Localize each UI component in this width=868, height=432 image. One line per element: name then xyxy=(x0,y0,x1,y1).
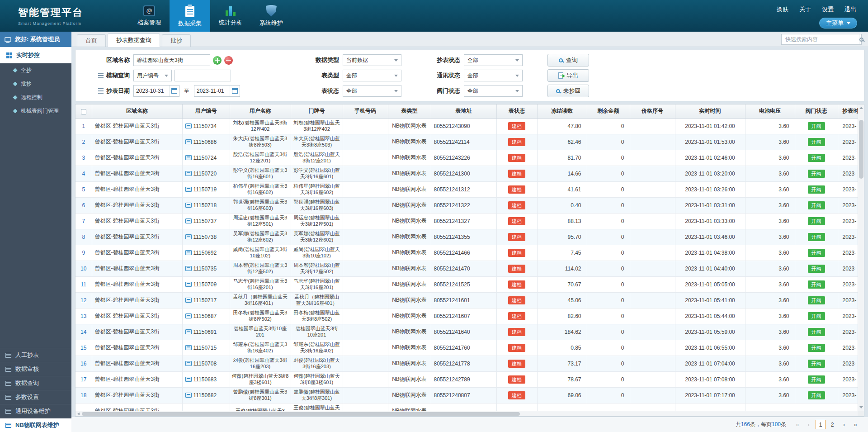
date-from-input[interactable] xyxy=(134,85,169,96)
page-button-1[interactable]: 1 xyxy=(816,420,826,429)
sidebar-item-device-maint[interactable]: 通用设备维护 xyxy=(0,404,71,418)
header-link-about[interactable]: 关于 xyxy=(799,5,811,14)
fuzzy-query-input[interactable] xyxy=(175,70,231,81)
sidebar-item-param-settings[interactable]: 参数设置 xyxy=(0,390,71,404)
area-name-input[interactable] xyxy=(133,54,210,66)
date-from-calendar-button[interactable] xyxy=(169,85,179,96)
nav-item-archive-mgmt[interactable]: 档案管理 xyxy=(129,0,170,32)
search-button[interactable] xyxy=(859,34,863,44)
chevron-down-icon xyxy=(515,90,519,92)
table-row[interactable]: 5曾都区-碧桂园翠山蓝天3街11150719柏伟星(碧桂园翠山蓝天3街16座60… xyxy=(75,181,858,197)
fuzzy-field-select[interactable]: 用户编号 xyxy=(133,70,172,81)
status-badge: 建档 xyxy=(508,391,525,399)
comm-status-select[interactable]: 全部 xyxy=(464,70,523,81)
sidebar-item-realtime-read[interactable]: 实时抄控 xyxy=(0,47,71,63)
first-page-button[interactable]: « xyxy=(793,420,802,429)
table-row[interactable]: 1曾都区-碧桂园翠山蓝天3街11150734刘权(碧桂园翠山蓝天3街12座402… xyxy=(75,118,858,134)
cell-price-number xyxy=(630,166,675,181)
tab-batch-read[interactable]: 批抄 xyxy=(162,34,191,47)
tab-read-data-query[interactable]: 抄表数据查询 xyxy=(108,33,160,47)
table-row[interactable]: 12曾都区-碧桂园翠山蓝天3街11150717孟秋月（碧桂园翠山蓝天3街16座4… xyxy=(75,292,858,308)
cell-battery-voltage: 3.60 xyxy=(745,245,795,261)
table-row[interactable]: 6曾都区-碧桂园翠山蓝天3街11150718郭世强(碧桂园翠山蓝天3街16座60… xyxy=(75,197,858,213)
col-header-9[interactable]: 剩余金额 xyxy=(587,104,630,118)
table-row[interactable]: 4曾都区-碧桂园翠山蓝天3街11150720彭学义(碧桂园翠山蓝天3街16座60… xyxy=(75,166,858,181)
col-header-14[interactable]: 抄表时间 xyxy=(838,104,858,118)
col-header-6[interactable]: 表地址 xyxy=(431,104,496,118)
col-header-8[interactable]: 冻结读数 xyxy=(537,104,587,118)
list-icon xyxy=(5,423,11,428)
valve-status-select[interactable]: 全部 xyxy=(464,85,523,97)
table-row[interactable]: 17曾都区-碧桂园翠山蓝天3街11150683何薇(碧桂园翠山蓝天3街8座3楼6… xyxy=(75,371,858,387)
col-header-11[interactable]: 实时时间 xyxy=(675,104,745,118)
col-header-1[interactable]: 用户编号 xyxy=(182,104,230,118)
table-row[interactable]: 3曾都区-碧桂园翠山蓝天3街11150724殷浩(碧桂园翠山蓝天3街12座201… xyxy=(75,150,858,166)
header-link-logout[interactable]: 退出 xyxy=(844,5,856,14)
table-row[interactable]: 16曾都区-碧桂园翠山蓝天3街11150708刘俊(碧桂园翠山蓝天3街16座20… xyxy=(75,356,858,371)
horizontal-scrollbar[interactable] xyxy=(75,411,858,416)
sidebar-item-mech-valve-mgmt[interactable]: 机械表阀门管理 xyxy=(0,104,71,118)
col-header-5[interactable]: 表类型 xyxy=(388,104,431,118)
col-header-12[interactable]: 电池电压 xyxy=(745,104,795,118)
vertical-scrollbar-thumb[interactable] xyxy=(859,120,863,179)
cell-meter-status: 建档 xyxy=(496,181,537,197)
nav-item-data-collect[interactable]: 数据采集 xyxy=(170,0,210,32)
table-row[interactable]: 11曾都区-碧桂园翠山蓝天3街11150709马志华(碧桂园翠山蓝天3街16座2… xyxy=(75,276,858,292)
sidebar-item-remote-control[interactable]: 远程控制 xyxy=(0,90,71,104)
read-status-select[interactable]: 全部 xyxy=(464,54,523,66)
col-header-13[interactable]: 阀门状态 xyxy=(795,104,838,118)
meter-type-select[interactable]: 全部 xyxy=(343,70,401,81)
header-link-skin[interactable]: 换肤 xyxy=(777,5,788,14)
col-header-2[interactable]: 用户名称 xyxy=(230,104,291,118)
query-button[interactable]: 查询 xyxy=(547,54,589,66)
table-row[interactable]: 9曾都区-碧桂园翠山蓝天3街11150692戚尚(碧桂园翠山蓝天3街10座102… xyxy=(75,245,858,261)
table-row[interactable]: 14曾都区-碧桂园翠山蓝天3街11150691碧桂园翠山蓝天3街10座201碧桂… xyxy=(75,324,858,340)
vertical-scrollbar[interactable] xyxy=(858,104,864,411)
main-content: 首页抄表数据查询批抄 区域名称 数据类型 当前数据 xyxy=(71,32,868,432)
col-header-4[interactable]: 手机号码 xyxy=(343,104,388,118)
quick-search-input[interactable] xyxy=(782,36,859,43)
select-all-checkbox-icon[interactable] xyxy=(81,109,86,114)
add-area-button[interactable] xyxy=(213,56,222,65)
col-header-0[interactable]: 区域名称 xyxy=(92,104,182,118)
table-row[interactable]: 2曾都区-碧桂园翠山蓝天3街11150686朱大庆(碧桂园翠山蓝天3街8座503… xyxy=(75,134,858,150)
col-header-10[interactable]: 价格序号 xyxy=(630,104,675,118)
horizontal-scrollbar-thumb[interactable] xyxy=(82,412,520,416)
col-header-3[interactable]: 门牌号 xyxy=(291,104,343,118)
sidebar-item-data-query[interactable]: 数据查询 xyxy=(0,376,71,390)
data-type-select[interactable]: 当前数据 xyxy=(343,54,401,66)
table-row[interactable]: 13曾都区-碧桂园翠山蓝天3街11150687田冬梅(碧桂园翠山蓝天3街8座50… xyxy=(75,308,858,324)
sidebar-item-batch-read[interactable]: 批抄 xyxy=(0,77,71,90)
unread-button[interactable]: 未抄回 xyxy=(547,85,589,97)
sidebar-item-data-audit[interactable]: 数据审核 xyxy=(0,362,71,376)
table-row[interactable]: 10曾都区-碧桂园翠山蓝天3街11150735周本智(碧桂园翠山蓝天3街12座5… xyxy=(75,261,858,276)
date-to-calendar-button[interactable] xyxy=(230,85,240,96)
cell-phone xyxy=(343,213,388,229)
prev-page-button[interactable]: ‹ xyxy=(804,420,813,429)
export-button[interactable]: 导出 xyxy=(547,69,589,82)
meter-status-select[interactable]: 全部 xyxy=(343,85,401,97)
sidebar-item-full-read[interactable]: 全抄 xyxy=(0,63,71,77)
filter-row-2: 模糊查询 用户编号 表类型 全部 通讯状态 全部 xyxy=(75,68,864,83)
page-button-2[interactable]: 2 xyxy=(827,420,837,429)
table-row[interactable]: 8曾都区-碧桂园翠山蓝天3街11150738吴军娜(碧桂园翠山蓝天3街12座60… xyxy=(75,229,858,245)
select-all-header[interactable] xyxy=(75,104,92,118)
tab-home[interactable]: 首页 xyxy=(77,34,106,47)
col-header-7[interactable]: 表状态 xyxy=(496,104,537,118)
date-to-input[interactable] xyxy=(194,85,230,96)
next-page-button[interactable]: › xyxy=(840,420,849,429)
nav-item-sys-maint[interactable]: 系统维护 xyxy=(251,0,292,32)
table-row[interactable]: 18曾都区-碧桂园翠山蓝天3街11150682曾鹏傲(碧桂园翠山蓝天3街8座30… xyxy=(75,387,858,403)
cell-valve-status: 开阀 xyxy=(795,261,838,276)
table-row[interactable]: 7曾都区-碧桂园翠山蓝天3街11150737周运忠(碧桂园翠山蓝天3街12座50… xyxy=(75,213,858,229)
remove-area-button[interactable] xyxy=(224,56,233,65)
last-page-button[interactable]: » xyxy=(851,420,860,429)
table-row[interactable]: 曾都区-碧桂园翠山蓝天3街王俊(碧桂园翠山蓝天3王俊(碧桂园翠山蓝天3NB物联网… xyxy=(75,403,858,411)
header-link-settings[interactable]: 设置 xyxy=(822,5,834,14)
table-row[interactable]: 15曾都区-碧桂园翠山蓝天3街11150715邹耀东(碧桂园翠山蓝天3街16座4… xyxy=(75,340,858,356)
sidebar-item-nb-meter-maint[interactable]: NB物联网表维护 xyxy=(0,418,71,432)
cell-phone xyxy=(343,197,388,213)
sidebar-item-manual-read[interactable]: 人工抄表 xyxy=(0,348,71,362)
main-menu-button[interactable]: 主菜单 xyxy=(819,18,857,28)
nav-item-stat-analysis[interactable]: 统计分析 xyxy=(210,0,251,32)
